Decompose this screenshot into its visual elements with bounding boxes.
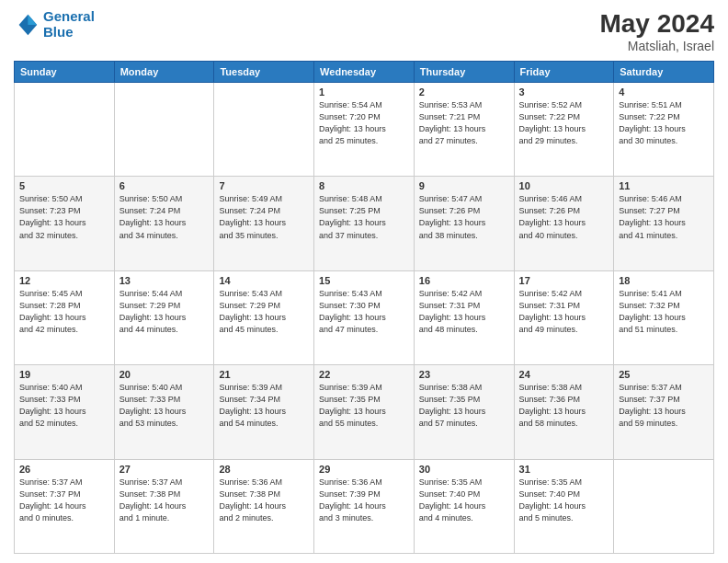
- day-info: Sunrise: 5:35 AM Sunset: 7:40 PM Dayligh…: [519, 477, 609, 524]
- day-info: Sunrise: 5:36 AM Sunset: 7:38 PM Dayligh…: [219, 477, 309, 524]
- calendar-cell: 22Sunrise: 5:39 AM Sunset: 7:35 PM Dayli…: [314, 365, 415, 459]
- calendar-cell: 2Sunrise: 5:53 AM Sunset: 7:21 PM Daylig…: [414, 83, 514, 177]
- calendar-cell: 4Sunrise: 5:51 AM Sunset: 7:22 PM Daylig…: [614, 83, 714, 177]
- day-info: Sunrise: 5:43 AM Sunset: 7:29 PM Dayligh…: [219, 288, 309, 336]
- day-info: Sunrise: 5:37 AM Sunset: 7:38 PM Dayligh…: [119, 477, 210, 524]
- calendar-cell: 18Sunrise: 5:41 AM Sunset: 7:32 PM Dayli…: [614, 270, 714, 364]
- day-number: 2: [419, 86, 509, 98]
- day-info: Sunrise: 5:50 AM Sunset: 7:24 PM Dayligh…: [119, 193, 210, 241]
- calendar-cell: 20Sunrise: 5:40 AM Sunset: 7:33 PM Dayli…: [114, 365, 214, 459]
- day-number: 4: [619, 86, 709, 98]
- day-number: 24: [519, 369, 609, 380]
- day-number: 16: [419, 275, 509, 286]
- title-block: May 2024 Matsliah, Israel: [599, 9, 714, 53]
- weekday-tuesday: Tuesday: [214, 62, 314, 83]
- day-number: 26: [19, 464, 109, 475]
- calendar-cell: 5Sunrise: 5:50 AM Sunset: 7:23 PM Daylig…: [15, 177, 115, 270]
- day-info: Sunrise: 5:42 AM Sunset: 7:31 PM Dayligh…: [519, 288, 609, 336]
- day-info: Sunrise: 5:43 AM Sunset: 7:30 PM Dayligh…: [319, 288, 409, 336]
- location: Matsliah, Israel: [599, 39, 714, 53]
- calendar-table: SundayMondayTuesdayWednesdayThursdayFrid…: [14, 61, 714, 554]
- day-info: Sunrise: 5:45 AM Sunset: 7:28 PM Dayligh…: [19, 288, 109, 336]
- day-info: Sunrise: 5:36 AM Sunset: 7:39 PM Dayligh…: [319, 477, 409, 524]
- calendar-cell: [15, 83, 115, 177]
- weekday-monday: Monday: [114, 62, 214, 83]
- calendar-cell: 12Sunrise: 5:45 AM Sunset: 7:28 PM Dayli…: [15, 270, 115, 364]
- day-number: 30: [419, 464, 509, 475]
- day-number: 29: [319, 464, 409, 475]
- weekday-sunday: Sunday: [15, 62, 115, 83]
- calendar-cell: 19Sunrise: 5:40 AM Sunset: 7:33 PM Dayli…: [15, 365, 115, 459]
- week-row-0: 1Sunrise: 5:54 AM Sunset: 7:20 PM Daylig…: [15, 83, 714, 177]
- calendar-cell: 3Sunrise: 5:52 AM Sunset: 7:22 PM Daylig…: [514, 83, 614, 177]
- day-number: 21: [219, 369, 309, 380]
- calendar-cell: 25Sunrise: 5:37 AM Sunset: 7:37 PM Dayli…: [614, 365, 714, 459]
- day-number: 1: [319, 86, 409, 98]
- day-info: Sunrise: 5:51 AM Sunset: 7:22 PM Dayligh…: [619, 99, 709, 147]
- day-number: 31: [519, 464, 609, 475]
- week-row-3: 19Sunrise: 5:40 AM Sunset: 7:33 PM Dayli…: [15, 365, 714, 459]
- day-number: 7: [219, 180, 309, 191]
- day-number: 19: [19, 369, 109, 380]
- day-info: Sunrise: 5:38 AM Sunset: 7:35 PM Dayligh…: [419, 382, 509, 430]
- day-number: 12: [19, 275, 109, 286]
- day-number: 27: [119, 464, 210, 475]
- day-info: Sunrise: 5:35 AM Sunset: 7:40 PM Dayligh…: [419, 477, 509, 524]
- day-info: Sunrise: 5:40 AM Sunset: 7:33 PM Dayligh…: [19, 382, 109, 430]
- page: General Blue May 2024 Matsliah, Israel S…: [0, 0, 728, 563]
- day-info: Sunrise: 5:40 AM Sunset: 7:33 PM Dayligh…: [119, 382, 210, 430]
- day-number: 25: [619, 369, 709, 380]
- day-number: 18: [619, 275, 709, 286]
- day-number: 23: [419, 369, 509, 380]
- day-number: 20: [119, 369, 210, 380]
- day-number: 8: [319, 180, 409, 191]
- calendar-cell: [614, 459, 714, 553]
- calendar-cell: 1Sunrise: 5:54 AM Sunset: 7:20 PM Daylig…: [314, 83, 415, 177]
- calendar-cell: 16Sunrise: 5:42 AM Sunset: 7:31 PM Dayli…: [414, 270, 514, 364]
- calendar-cell: 29Sunrise: 5:36 AM Sunset: 7:39 PM Dayli…: [314, 459, 415, 553]
- calendar-cell: 11Sunrise: 5:46 AM Sunset: 7:27 PM Dayli…: [614, 177, 714, 270]
- calendar-cell: 23Sunrise: 5:38 AM Sunset: 7:35 PM Dayli…: [414, 365, 514, 459]
- day-number: 13: [119, 275, 210, 286]
- day-number: 28: [219, 464, 309, 475]
- calendar-cell: 24Sunrise: 5:38 AM Sunset: 7:36 PM Dayli…: [514, 365, 614, 459]
- day-number: 11: [619, 180, 709, 191]
- calendar-cell: 9Sunrise: 5:47 AM Sunset: 7:26 PM Daylig…: [414, 177, 514, 270]
- calendar-cell: [214, 83, 314, 177]
- day-info: Sunrise: 5:39 AM Sunset: 7:34 PM Dayligh…: [219, 382, 309, 430]
- calendar-cell: 28Sunrise: 5:36 AM Sunset: 7:38 PM Dayli…: [214, 459, 314, 553]
- weekday-friday: Friday: [514, 62, 614, 83]
- day-info: Sunrise: 5:44 AM Sunset: 7:29 PM Dayligh…: [119, 288, 210, 336]
- day-info: Sunrise: 5:46 AM Sunset: 7:27 PM Dayligh…: [619, 193, 709, 241]
- day-info: Sunrise: 5:49 AM Sunset: 7:24 PM Dayligh…: [219, 193, 309, 241]
- day-info: Sunrise: 5:46 AM Sunset: 7:26 PM Dayligh…: [519, 193, 609, 241]
- day-number: 6: [119, 180, 210, 191]
- calendar-cell: [114, 83, 214, 177]
- weekday-wednesday: Wednesday: [314, 62, 415, 83]
- calendar-cell: 6Sunrise: 5:50 AM Sunset: 7:24 PM Daylig…: [114, 177, 214, 270]
- day-info: Sunrise: 5:37 AM Sunset: 7:37 PM Dayligh…: [19, 477, 109, 524]
- day-info: Sunrise: 5:50 AM Sunset: 7:23 PM Dayligh…: [19, 193, 109, 241]
- calendar-cell: 21Sunrise: 5:39 AM Sunset: 7:34 PM Dayli…: [214, 365, 314, 459]
- week-row-4: 26Sunrise: 5:37 AM Sunset: 7:37 PM Dayli…: [15, 459, 714, 553]
- calendar-cell: 8Sunrise: 5:48 AM Sunset: 7:25 PM Daylig…: [314, 177, 415, 270]
- day-info: Sunrise: 5:48 AM Sunset: 7:25 PM Dayligh…: [319, 193, 409, 241]
- day-number: 15: [319, 275, 409, 286]
- day-number: 22: [319, 369, 409, 380]
- day-number: 10: [519, 180, 609, 191]
- day-info: Sunrise: 5:47 AM Sunset: 7:26 PM Dayligh…: [419, 193, 509, 241]
- weekday-thursday: Thursday: [414, 62, 514, 83]
- calendar-cell: 31Sunrise: 5:35 AM Sunset: 7:40 PM Dayli…: [514, 459, 614, 553]
- weekday-saturday: Saturday: [614, 62, 714, 83]
- day-number: 3: [519, 86, 609, 98]
- day-info: Sunrise: 5:53 AM Sunset: 7:21 PM Dayligh…: [419, 99, 509, 147]
- calendar-cell: 15Sunrise: 5:43 AM Sunset: 7:30 PM Dayli…: [314, 270, 415, 364]
- day-number: 5: [19, 180, 109, 191]
- calendar-cell: 10Sunrise: 5:46 AM Sunset: 7:26 PM Dayli…: [514, 177, 614, 270]
- logo-text: General Blue: [43, 9, 95, 40]
- svg-marker-1: [28, 14, 37, 24]
- week-row-2: 12Sunrise: 5:45 AM Sunset: 7:28 PM Dayli…: [15, 270, 714, 364]
- day-number: 17: [519, 275, 609, 286]
- day-number: 9: [419, 180, 509, 191]
- calendar-cell: 27Sunrise: 5:37 AM Sunset: 7:38 PM Dayli…: [114, 459, 214, 553]
